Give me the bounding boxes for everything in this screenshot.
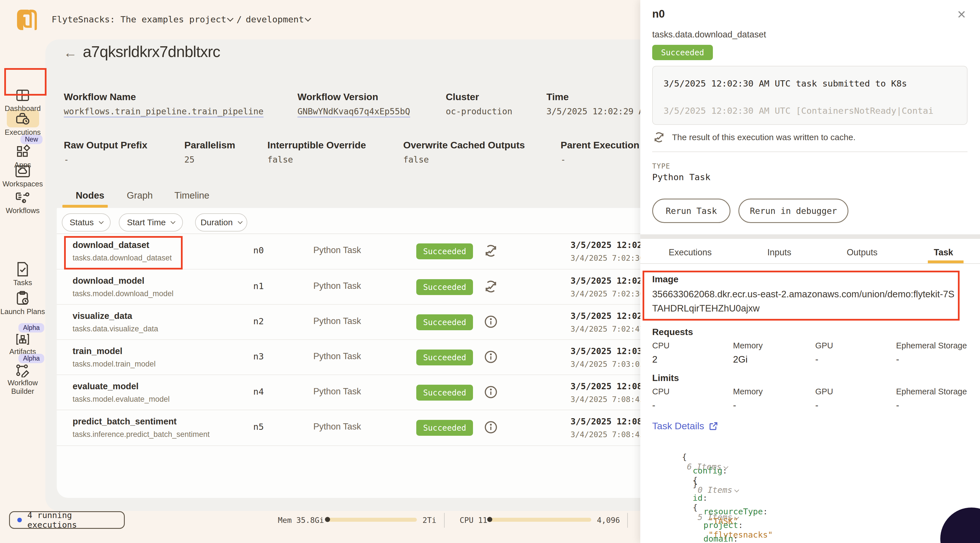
workflow-name-link[interactable]: workflows.train_pipeline.train_pipeline [64, 107, 263, 116]
gpu-label: GPU [815, 387, 833, 397]
node-type: Python Task [313, 245, 361, 255]
table-row-n4[interactable]: evaluate_model tasks.model.evaluate_mode… [57, 375, 726, 410]
back-button[interactable]: ← [64, 45, 77, 61]
sidebar-item-tasks[interactable]: Tasks [0, 261, 45, 287]
memory-usage-label: Mem 35.8Gi [278, 516, 324, 525]
status-badge: Succeeded [416, 244, 473, 259]
info-icon[interactable] [484, 420, 498, 435]
sidebar: Dashboard Executions New Apps Workspaces… [0, 40, 45, 543]
table-row-n1[interactable]: download_model tasks.model.download_mode… [57, 269, 726, 305]
cache-icon [653, 131, 665, 143]
status-badge: Succeeded [416, 385, 473, 401]
log-output-box[interactable]: 3/5/2025 12:02:30 AM UTC task submitted … [652, 66, 967, 125]
tab-timeline[interactable]: Timeline [174, 190, 209, 201]
close-icon[interactable]: × [957, 6, 966, 23]
node-name: predict_batch_sentiment [73, 416, 177, 427]
divider [640, 234, 980, 239]
cache-icon[interactable] [484, 279, 498, 294]
execution-id-title: a7qksrldkrx7dnbltxrc [83, 43, 220, 61]
info-icon[interactable] [484, 314, 498, 329]
chevron-down-icon [305, 15, 311, 22]
start-time: 3/5/2025 12:08 [571, 416, 642, 427]
memory-max-label: 2Ti [423, 516, 436, 525]
panel-tab-outputs[interactable]: Outputs [847, 247, 878, 258]
running-executions-button[interactable]: 4 running executions [9, 511, 125, 529]
rerun-in-debugger-button[interactable]: Rerun in debugger [738, 199, 848, 223]
ephemeral-storage-label: Ephemeral Storage [896, 387, 967, 397]
panel-task-name: tasks.data.download_dataset [652, 30, 766, 40]
union-logo-icon[interactable] [16, 8, 37, 31]
node-type: Python Task [313, 351, 361, 361]
info-icon[interactable] [484, 350, 498, 364]
status-badge: Succeeded [416, 314, 473, 330]
alpha-badge: Alpha [0, 323, 45, 333]
divider [627, 513, 628, 528]
breadcrumb-separator: / [237, 14, 242, 24]
node-name: visualize_data [73, 311, 132, 321]
divider [444, 513, 445, 528]
start-time: 3/5/2025 12:03 [571, 346, 642, 356]
info-icon[interactable] [484, 385, 498, 400]
tab-graph[interactable]: Graph [127, 190, 153, 201]
log-line: 3/5/2025 12:02:30 AM UTC [ContainersNotR… [663, 105, 934, 116]
gpu-request: - [815, 354, 818, 365]
cache-icon[interactable] [484, 244, 498, 258]
interruptible-override-label: Interruptible Override [267, 140, 366, 151]
status-filter[interactable]: Status [62, 213, 111, 231]
node-type: Python Task [313, 316, 361, 326]
memory-label: Memory [733, 387, 763, 397]
sidebar-item-workflows[interactable]: Workflows [0, 190, 45, 215]
table-row-n2[interactable]: visualize_data tasks.data.visualize_data… [57, 305, 726, 340]
chevron-down-icon [238, 219, 242, 224]
sidebar-item-executions[interactable]: Executions [0, 111, 45, 137]
node-type: Python Task [313, 386, 361, 397]
updated-time: 3/4/2025 7:02:30 [571, 289, 644, 298]
sidebar-item-dashboard[interactable]: Dashboard [0, 88, 45, 113]
node-id: n1 [253, 281, 264, 291]
workspaces-icon [15, 164, 30, 178]
cpu-label: CPU [652, 387, 670, 397]
panel-tab-inputs[interactable]: Inputs [767, 247, 791, 258]
external-link-icon [709, 421, 718, 431]
sidebar-item-launch-plans[interactable]: Launch Plans [0, 290, 45, 316]
cluster-label: Cluster [446, 91, 479, 102]
chevron-down-icon [227, 15, 234, 22]
overwrite-cached-outputs-value: false [403, 154, 429, 164]
sidebar-item-workflow-builder[interactable]: Alpha Workflow Builder [0, 354, 45, 395]
status-badge: Succeeded [416, 420, 473, 436]
node-type: Python Task [313, 422, 361, 432]
node-task-id: tasks.model.evaluate_model [73, 395, 170, 404]
cpu-usage-bar [488, 518, 591, 522]
parallelism-value: 25 [184, 154, 194, 164]
start-time-filter[interactable]: Start Time [119, 213, 183, 231]
workflow-builder-icon [15, 363, 30, 377]
overwrite-cached-outputs-label: Overwrite Cached Outputs [403, 140, 525, 151]
project-selector[interactable]: FlyteSnacks: The examples project [52, 14, 232, 24]
table-row-n5[interactable]: predict_batch_sentiment tasks.inference.… [57, 410, 726, 446]
time-label: Time [546, 91, 569, 102]
start-time: 3/5/2025 12:02 [571, 311, 642, 321]
workflow-version-link[interactable]: GNBwYNdKvaq67q4xEp55bQ [298, 107, 410, 116]
table-row-n3[interactable]: train_model tasks.model.train_model n3 P… [57, 340, 726, 375]
breadcrumb: FlyteSnacks: The examples project / deve… [52, 14, 310, 24]
sidebar-item-workspaces[interactable]: Workspaces [0, 164, 45, 188]
domain-selector[interactable]: development [246, 14, 310, 24]
chevron-down-icon [171, 219, 175, 224]
duration-filter[interactable]: Duration [195, 213, 247, 231]
type-value: Python Task [652, 172, 710, 182]
panel-tab-executions[interactable]: Executions [669, 247, 712, 258]
memory-usage-bar [326, 518, 417, 522]
tab-nodes[interactable]: Nodes [76, 190, 104, 201]
sidebar-item-artifacts[interactable]: Alpha Artifacts [0, 323, 45, 356]
task-details-link[interactable]: Task Details [652, 420, 718, 432]
sidebar-item-apps[interactable]: New Apps [0, 135, 45, 169]
cpu-request: 2 [652, 354, 657, 365]
rerun-task-button[interactable]: Rerun Task [652, 199, 730, 223]
node-id: n4 [253, 386, 264, 397]
node-task-id: tasks.inference.predict_batch_sentiment [73, 430, 210, 439]
table-row-n0[interactable]: download_dataset tasks.data.download_dat… [57, 234, 726, 269]
panel-tab-task[interactable]: Task [934, 247, 953, 258]
node-task-id: tasks.data.download_dataset [73, 254, 172, 263]
memory-usage-fill-dot [325, 517, 330, 522]
cpu-usage-label: CPU 11 [460, 516, 487, 525]
